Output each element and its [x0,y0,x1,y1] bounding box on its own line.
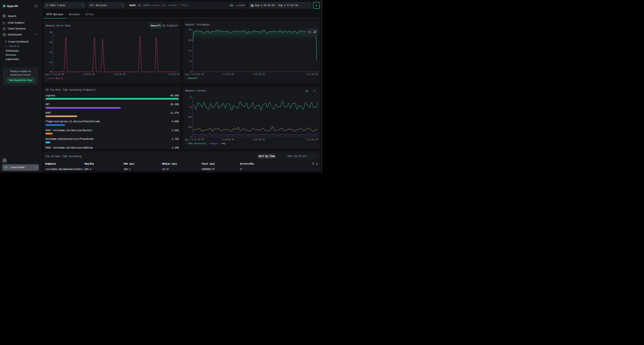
svg-text:200: 200 [188,126,192,128]
svg-text:0%: 0% [50,51,52,54]
svg-text:0%: 0% [50,61,52,64]
svg-text:5:03:00 PM: 5:03:00 PM [114,73,126,76]
svg-text:1k: 1k [189,96,192,98]
svg-text:0: 0 [190,136,192,139]
svg-text:9k: 9k [189,60,192,63]
svg-text:4:48:00 PM: 4:48:00 PM [222,139,234,141]
svg-text:0%: 0% [50,31,52,34]
svg-text:5:03:00 PM: 5:03:00 PM [253,73,265,76]
svg-text:17k: 17k [188,50,192,52]
svg-text:5:31:00 PM: 5:31:00 PM [306,73,318,76]
svg-text:26k: 26k [188,39,192,42]
svg-text:0: 0 [190,71,192,73]
svg-text:Aug 4 4:31:00 PM: Aug 4 4:31:00 PM [185,73,204,76]
svg-text:4:48:00 PM: 4:48:00 PM [222,73,234,76]
svg-text:0%: 0% [50,71,52,73]
svg-text:34k: 34k [188,28,192,31]
svg-text:5:31:00 PM: 5:31:00 PM [168,73,180,76]
svg-text:Aug 4 4:31:00 PM: Aug 4 4:31:00 PM [185,139,204,141]
svg-text:400: 400 [188,116,192,118]
svg-text:5:03:00 PM: 5:03:00 PM [253,139,265,141]
svg-text:4:48:00 PM: 4:48:00 PM [83,73,94,76]
svg-text:Aug 4 4:31:00 PM: Aug 4 4:31:00 PM [46,73,64,76]
svg-text:0%: 0% [50,41,52,44]
svg-text:1k: 1k [189,106,192,108]
svg-text:5:31:00 PM: 5:31:00 PM [306,139,318,141]
